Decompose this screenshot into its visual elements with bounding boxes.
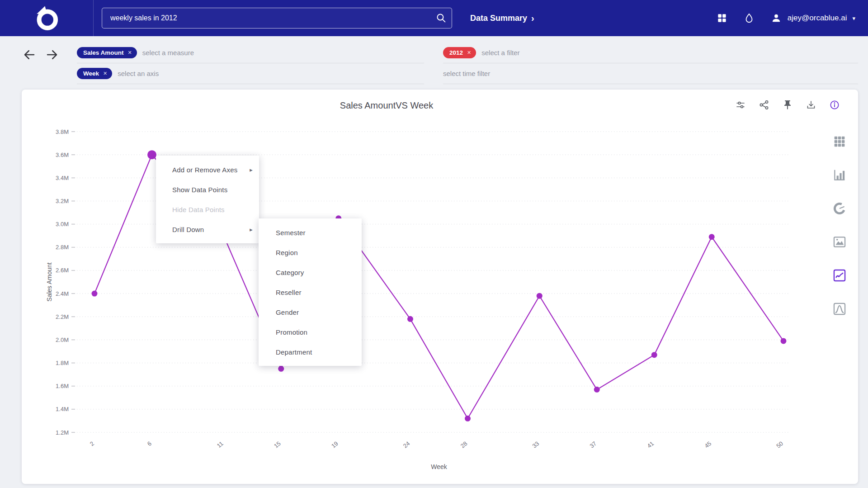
y-tick-label: 1.6M <box>56 383 69 389</box>
data-point-week-33[interactable] <box>537 293 542 299</box>
year-filter-field[interactable]: 2012 ✕ select a filter <box>443 43 858 63</box>
right-filter-column: 2012 ✕ select a filter select time filte… <box>443 43 858 84</box>
data-point-week-50[interactable] <box>781 338 787 344</box>
user-menu[interactable]: ajey@orcablue.ai ▾ <box>770 12 855 24</box>
submenu-arrow-icon: ▸ <box>250 166 253 173</box>
area-chart-icon[interactable] <box>832 234 847 250</box>
bar-chart-icon[interactable] <box>832 167 847 183</box>
left-filter-column: Sales Amount ✕ select a measure Week ✕ s… <box>77 43 424 84</box>
drill-down-option-gender[interactable]: Gender <box>259 302 362 322</box>
year-filter-chip[interactable]: 2012 ✕ <box>443 47 476 58</box>
share-icon[interactable] <box>759 99 769 110</box>
y-axis-title: Sales Amount <box>46 262 53 301</box>
context-menu-item-add-or-remove-axes[interactable]: Add or Remove Axes▸ <box>156 160 259 180</box>
y-tick-label: 3.0M <box>56 221 69 227</box>
context-menu-item-drill-down[interactable]: Drill Down▸ <box>156 219 259 239</box>
x-tick-label: 50 <box>775 440 784 450</box>
user-email: ajey@orcablue.ai <box>788 14 847 23</box>
data-point-week-15[interactable] <box>278 366 284 372</box>
year-filter-placeholder: select a filter <box>481 49 519 57</box>
drill-down-option-promotion[interactable]: Promotion <box>259 322 362 342</box>
back-arrow-button[interactable] <box>23 48 36 62</box>
menu-item-label: Hide Data Points <box>172 206 225 213</box>
x-tick-label: 19 <box>330 440 340 450</box>
settings-sliders-icon[interactable] <box>735 99 746 110</box>
info-icon[interactable] <box>829 99 840 110</box>
history-arrows <box>23 48 66 62</box>
line-chart-icon[interactable] <box>832 268 847 283</box>
chart-type-toolbar <box>832 134 847 317</box>
search-input[interactable] <box>102 8 452 28</box>
search-box <box>102 8 452 28</box>
menu-item-label: Show Data Points <box>172 186 227 194</box>
measure-placeholder: select a measure <box>142 49 194 57</box>
filter-bar: Sales Amount ✕ select a measure Week ✕ s… <box>0 36 868 84</box>
pin-icon[interactable] <box>782 99 793 110</box>
x-tick-label: 6 <box>146 440 153 447</box>
navbar-right-group: ajey@orcablue.ai ▾ <box>716 12 868 24</box>
measure-field[interactable]: Sales Amount ✕ select a measure <box>77 43 424 63</box>
dashboard-grid-icon[interactable] <box>716 12 728 24</box>
y-tick-label: 2.8M <box>56 244 69 251</box>
droplet-icon[interactable] <box>743 12 755 24</box>
x-axis-title: Week <box>431 463 448 470</box>
data-point-week-2[interactable] <box>92 291 98 297</box>
measure-chip[interactable]: Sales Amount ✕ <box>77 47 137 58</box>
drill-down-option-department[interactable]: Department <box>259 342 362 362</box>
data-point-week-45[interactable] <box>709 234 715 240</box>
time-filter-placeholder: select time filter <box>443 70 490 77</box>
y-tick-label: 3.6M <box>56 152 69 158</box>
x-tick-label: 2 <box>89 440 95 447</box>
data-summary-label: Data Summary <box>470 14 527 23</box>
y-tick-label: 3.4M <box>56 175 69 181</box>
x-tick-label: 24 <box>402 440 411 450</box>
submenu-arrow-icon: ▸ <box>250 226 253 233</box>
y-tick-label: 2.4M <box>56 290 69 297</box>
forward-arrow-button[interactable] <box>45 48 59 62</box>
x-tick-label: 15 <box>273 440 282 450</box>
y-tick-label: 2.2M <box>56 313 69 320</box>
app-logo[interactable] <box>0 0 94 36</box>
y-tick-label: 2.6M <box>56 267 69 274</box>
context-menu: Add or Remove Axes▸Show Data PointsHide … <box>156 156 259 243</box>
chip-close-icon[interactable]: ✕ <box>467 50 471 56</box>
table-view-icon[interactable] <box>832 134 847 149</box>
chip-close-icon[interactable]: ✕ <box>103 71 107 76</box>
data-point-week-37[interactable] <box>594 387 600 393</box>
data-point-week-41[interactable] <box>651 352 657 358</box>
y-tick-label: 3.2M <box>56 198 69 204</box>
context-menu-item-show-data-points[interactable]: Show Data Points <box>156 180 259 199</box>
year-chip-label: 2012 <box>449 49 463 56</box>
x-tick-label: 41 <box>646 440 655 450</box>
data-point-week-6[interactable] <box>147 150 156 159</box>
y-tick-label: 1.8M <box>56 360 69 366</box>
chevron-down-icon: ▾ <box>852 15 855 22</box>
axis-chip[interactable]: Week ✕ <box>77 68 112 79</box>
axis-placeholder: select an axis <box>118 70 159 77</box>
time-filter-field[interactable]: select time filter <box>443 63 858 84</box>
data-summary-button[interactable]: Data Summary › <box>470 14 534 23</box>
drill-down-option-semester[interactable]: Semester <box>259 223 362 242</box>
top-navbar: Data Summary › ajey@orcablue.ai ▾ <box>0 0 868 36</box>
measure-chip-label: Sales Amount <box>83 49 124 56</box>
drill-down-option-region[interactable]: Region <box>259 242 362 262</box>
donut-chart-icon[interactable] <box>832 201 847 216</box>
x-tick-label: 37 <box>588 440 598 450</box>
data-point-week-24[interactable] <box>407 316 413 322</box>
drill-down-option-reseller[interactable]: Reseller <box>259 282 362 302</box>
axis-field[interactable]: Week ✕ select an axis <box>77 63 424 84</box>
search-icon[interactable] <box>435 12 447 24</box>
data-point-week-28[interactable] <box>465 416 471 422</box>
drill-down-option-category[interactable]: Category <box>259 262 362 282</box>
drill-down-submenu: SemesterRegionCategoryResellerGenderProm… <box>259 218 362 366</box>
orcablue-logo-icon <box>33 4 61 32</box>
y-tick-label: 2.0M <box>56 336 69 343</box>
x-tick-label: 11 <box>216 440 225 449</box>
chart-title: Sales AmountVS Week <box>22 100 751 111</box>
export-icon[interactable] <box>806 99 816 110</box>
chip-close-icon[interactable]: ✕ <box>128 50 132 56</box>
distribution-curve-icon[interactable] <box>832 301 847 317</box>
chart-card: Sales AmountVS Week <box>22 90 858 484</box>
menu-item-label: Add or Remove Axes <box>172 166 238 174</box>
y-tick-label: 1.2M <box>56 429 69 436</box>
